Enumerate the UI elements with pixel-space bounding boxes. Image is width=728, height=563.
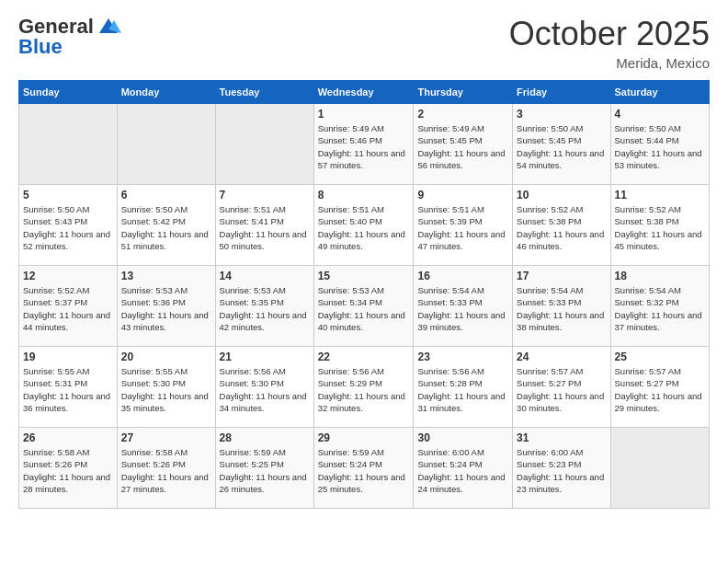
day-info: Sunrise: 5:53 AMSunset: 5:35 PMDaylight:… — [220, 284, 310, 333]
calendar-cell: 27Sunrise: 5:58 AMSunset: 5:26 PMDayligh… — [117, 428, 215, 509]
calendar-cell: 18Sunrise: 5:54 AMSunset: 5:32 PMDayligh… — [610, 266, 709, 347]
calendar-header: Sunday Monday Tuesday Wednesday Thursday… — [19, 81, 710, 104]
day-number: 24 — [517, 350, 606, 363]
calendar-cell: 28Sunrise: 5:59 AMSunset: 5:25 PMDayligh… — [215, 428, 313, 509]
calendar-cell: 19Sunrise: 5:55 AMSunset: 5:31 PMDayligh… — [19, 347, 118, 428]
day-number: 2 — [417, 108, 508, 121]
calendar-cell: 10Sunrise: 5:52 AMSunset: 5:38 PMDayligh… — [513, 185, 610, 266]
day-info: Sunrise: 5:52 AMSunset: 5:38 PMDaylight:… — [517, 203, 606, 252]
day-info: Sunrise: 5:56 AMSunset: 5:30 PMDaylight:… — [220, 365, 310, 414]
header-tuesday: Tuesday — [215, 81, 313, 104]
calendar-cell: 29Sunrise: 5:59 AMSunset: 5:24 PMDayligh… — [313, 428, 414, 509]
header-friday: Friday — [513, 81, 610, 104]
calendar-cell: 12Sunrise: 5:52 AMSunset: 5:37 PMDayligh… — [19, 266, 118, 347]
calendar-cell: 17Sunrise: 5:54 AMSunset: 5:33 PMDayligh… — [513, 266, 610, 347]
day-info: Sunrise: 5:50 AMSunset: 5:42 PMDaylight:… — [121, 203, 211, 252]
calendar-cell: 1Sunrise: 5:49 AMSunset: 5:46 PMDaylight… — [313, 104, 414, 185]
week-row-5: 26Sunrise: 5:58 AMSunset: 5:26 PMDayligh… — [19, 428, 710, 509]
day-info: Sunrise: 5:55 AMSunset: 5:31 PMDaylight:… — [23, 365, 113, 414]
day-info: Sunrise: 5:51 AMSunset: 5:39 PMDaylight:… — [417, 203, 508, 252]
calendar-cell: 25Sunrise: 5:57 AMSunset: 5:27 PMDayligh… — [610, 347, 709, 428]
day-info: Sunrise: 6:00 AMSunset: 5:23 PMDaylight:… — [517, 446, 606, 495]
location: Merida, Mexico — [509, 55, 710, 71]
day-number: 23 — [417, 350, 508, 363]
calendar-cell: 14Sunrise: 5:53 AMSunset: 5:35 PMDayligh… — [215, 266, 313, 347]
day-info: Sunrise: 5:59 AMSunset: 5:25 PMDaylight:… — [220, 446, 310, 495]
day-info: Sunrise: 5:58 AMSunset: 5:26 PMDaylight:… — [121, 446, 211, 495]
calendar-cell: 26Sunrise: 5:58 AMSunset: 5:26 PMDayligh… — [19, 428, 118, 509]
day-number: 18 — [615, 270, 705, 282]
calendar-cell: 30Sunrise: 6:00 AMSunset: 5:24 PMDayligh… — [414, 428, 513, 509]
calendar-cell: 9Sunrise: 5:51 AMSunset: 5:39 PMDaylight… — [414, 185, 513, 266]
day-number: 7 — [220, 189, 310, 201]
day-number: 26 — [23, 431, 113, 444]
day-number: 28 — [220, 431, 310, 444]
day-number: 4 — [615, 108, 705, 121]
calendar-cell: 23Sunrise: 5:56 AMSunset: 5:28 PMDayligh… — [414, 347, 513, 428]
calendar-cell: 8Sunrise: 5:51 AMSunset: 5:40 PMDaylight… — [313, 185, 414, 266]
header-sunday: Sunday — [19, 81, 118, 104]
day-number: 29 — [318, 431, 410, 444]
calendar-cell: 7Sunrise: 5:51 AMSunset: 5:41 PMDaylight… — [215, 185, 313, 266]
day-info: Sunrise: 5:56 AMSunset: 5:28 PMDaylight:… — [417, 365, 508, 414]
logo-icon — [96, 17, 121, 37]
day-info: Sunrise: 5:52 AMSunset: 5:38 PMDaylight:… — [615, 203, 705, 252]
week-row-2: 5Sunrise: 5:50 AMSunset: 5:43 PMDaylight… — [19, 185, 710, 266]
calendar-cell — [215, 104, 313, 185]
day-info: Sunrise: 5:56 AMSunset: 5:29 PMDaylight:… — [318, 365, 410, 414]
day-info: Sunrise: 5:51 AMSunset: 5:40 PMDaylight:… — [318, 203, 410, 252]
day-number: 19 — [23, 350, 113, 363]
day-info: Sunrise: 5:50 AMSunset: 5:43 PMDaylight:… — [23, 203, 113, 252]
day-number: 30 — [417, 431, 508, 444]
day-info: Sunrise: 5:53 AMSunset: 5:34 PMDaylight:… — [318, 284, 410, 333]
calendar-cell: 5Sunrise: 5:50 AMSunset: 5:43 PMDaylight… — [19, 185, 118, 266]
day-number: 3 — [517, 108, 606, 121]
month-title: October 2025 — [509, 15, 710, 53]
day-number: 9 — [417, 189, 508, 201]
day-number: 6 — [121, 189, 211, 201]
day-info: Sunrise: 5:50 AMSunset: 5:45 PMDaylight:… — [517, 122, 606, 171]
calendar-cell: 31Sunrise: 6:00 AMSunset: 5:23 PMDayligh… — [513, 428, 610, 509]
calendar-cell: 15Sunrise: 5:53 AMSunset: 5:34 PMDayligh… — [313, 266, 414, 347]
day-number: 27 — [121, 431, 211, 444]
day-info: Sunrise: 5:50 AMSunset: 5:44 PMDaylight:… — [615, 122, 705, 171]
header-wednesday: Wednesday — [313, 81, 414, 104]
week-row-3: 12Sunrise: 5:52 AMSunset: 5:37 PMDayligh… — [19, 266, 710, 347]
day-info: Sunrise: 5:54 AMSunset: 5:33 PMDaylight:… — [417, 284, 508, 333]
day-number: 10 — [517, 189, 606, 201]
calendar-cell: 4Sunrise: 5:50 AMSunset: 5:44 PMDaylight… — [610, 104, 709, 185]
day-number: 1 — [318, 108, 410, 121]
day-number: 21 — [220, 350, 310, 363]
calendar-cell — [19, 104, 118, 185]
day-number: 16 — [417, 270, 508, 282]
calendar-cell — [610, 428, 709, 509]
calendar-cell: 21Sunrise: 5:56 AMSunset: 5:30 PMDayligh… — [215, 347, 313, 428]
header-saturday: Saturday — [610, 81, 709, 104]
title-block: October 2025 Merida, Mexico — [509, 15, 710, 71]
day-info: Sunrise: 5:49 AMSunset: 5:45 PMDaylight:… — [417, 122, 508, 171]
day-number: 15 — [318, 270, 410, 282]
header-monday: Monday — [117, 81, 215, 104]
day-number: 11 — [615, 189, 705, 201]
calendar-table: Sunday Monday Tuesday Wednesday Thursday… — [18, 80, 710, 509]
day-number: 5 — [23, 189, 113, 201]
day-info: Sunrise: 5:54 AMSunset: 5:32 PMDaylight:… — [615, 284, 705, 333]
calendar-cell: 13Sunrise: 5:53 AMSunset: 5:36 PMDayligh… — [117, 266, 215, 347]
day-info: Sunrise: 5:55 AMSunset: 5:30 PMDaylight:… — [121, 365, 211, 414]
logo: General Blue — [18, 15, 121, 59]
calendar-cell: 11Sunrise: 5:52 AMSunset: 5:38 PMDayligh… — [610, 185, 709, 266]
day-number: 25 — [615, 350, 705, 363]
day-info: Sunrise: 5:52 AMSunset: 5:37 PMDaylight:… — [23, 284, 113, 333]
calendar-cell: 16Sunrise: 5:54 AMSunset: 5:33 PMDayligh… — [414, 266, 513, 347]
week-row-4: 19Sunrise: 5:55 AMSunset: 5:31 PMDayligh… — [19, 347, 710, 428]
calendar-cell — [117, 104, 215, 185]
calendar-cell: 6Sunrise: 5:50 AMSunset: 5:42 PMDaylight… — [117, 185, 215, 266]
day-info: Sunrise: 5:58 AMSunset: 5:26 PMDaylight:… — [23, 446, 113, 495]
week-row-1: 1Sunrise: 5:49 AMSunset: 5:46 PMDaylight… — [19, 104, 710, 185]
day-number: 31 — [517, 431, 606, 444]
day-info: Sunrise: 5:57 AMSunset: 5:27 PMDaylight:… — [615, 365, 705, 414]
day-number: 13 — [121, 270, 211, 282]
day-info: Sunrise: 5:51 AMSunset: 5:41 PMDaylight:… — [220, 203, 310, 252]
calendar-cell: 24Sunrise: 5:57 AMSunset: 5:27 PMDayligh… — [513, 347, 610, 428]
header-thursday: Thursday — [414, 81, 513, 104]
